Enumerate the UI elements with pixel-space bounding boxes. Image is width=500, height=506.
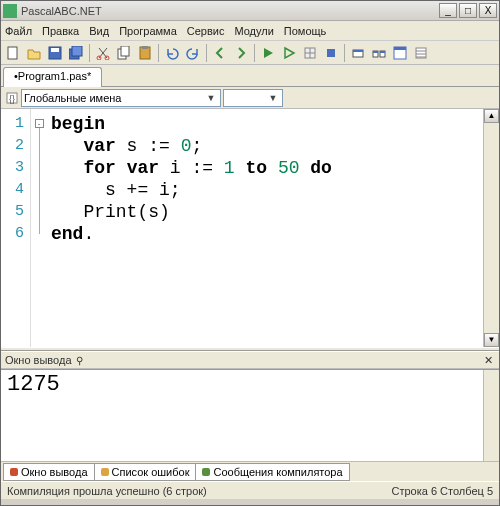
maximize-button[interactable]: □ xyxy=(459,3,477,18)
menu-modules[interactable]: Модули xyxy=(234,25,273,37)
svg-rect-4 xyxy=(72,46,82,56)
svg-rect-18 xyxy=(380,51,385,53)
code-editor[interactable]: 1 2 3 4 5 6 - begin var s := 0; for var … xyxy=(1,109,499,347)
svg-rect-14 xyxy=(353,50,363,52)
toolbar xyxy=(1,41,499,65)
panel-close-icon[interactable]: ✕ xyxy=(482,354,495,367)
nav-fwd-icon[interactable] xyxy=(231,43,251,63)
status-compile: Компиляция прошла успешно (6 строк) xyxy=(7,485,207,497)
output-panel[interactable]: 1275 xyxy=(1,369,499,461)
output-tab-icon xyxy=(10,468,18,476)
save-icon[interactable] xyxy=(45,43,65,63)
paste-icon[interactable] xyxy=(135,43,155,63)
stop-icon[interactable] xyxy=(321,43,341,63)
compile-icon[interactable] xyxy=(300,43,320,63)
svg-rect-8 xyxy=(121,46,129,56)
save-all-icon[interactable] xyxy=(66,43,86,63)
scope-icon: {} xyxy=(5,91,19,105)
file-tabs: •Program1.pas* xyxy=(1,65,499,87)
output-value: 1275 xyxy=(7,372,60,397)
output-scrollbar[interactable] xyxy=(483,370,499,461)
tab-compiler[interactable]: Сообщения компилятора xyxy=(195,463,349,481)
fold-toggle[interactable]: - xyxy=(35,119,44,128)
chevron-down-icon: ▼ xyxy=(266,93,280,103)
close-button[interactable]: X xyxy=(479,3,497,18)
svg-text:{}: {} xyxy=(9,94,15,104)
scope-combo-label: Глобальные имена xyxy=(24,92,122,104)
menu-program[interactable]: Программа xyxy=(119,25,177,37)
line-number: 1 xyxy=(1,113,24,135)
compiler-tab-icon xyxy=(202,468,210,476)
member-combo[interactable]: ▼ xyxy=(223,89,283,107)
window-title: PascalABC.NET xyxy=(21,5,439,17)
undo-icon[interactable] xyxy=(162,43,182,63)
menu-view[interactable]: Вид xyxy=(89,25,109,37)
step-into-icon[interactable] xyxy=(348,43,368,63)
output-panel-header: Окно вывода ⚲ ✕ xyxy=(1,351,499,369)
svg-rect-2 xyxy=(51,48,59,52)
line-number: 2 xyxy=(1,135,24,157)
code-area[interactable]: begin var s := 0; for var i := 1 to 50 d… xyxy=(47,109,483,347)
scope-combo[interactable]: Глобальные имена ▼ xyxy=(21,89,221,107)
tab-program1[interactable]: •Program1.pas* xyxy=(3,67,102,87)
line-number: 5 xyxy=(1,201,24,223)
line-gutter: 1 2 3 4 5 6 xyxy=(1,109,31,347)
bottom-tabs: Окно вывода Список ошибок Сообщения комп… xyxy=(1,461,499,481)
status-position: Строка 6 Столбец 5 xyxy=(391,485,493,497)
copy-icon[interactable] xyxy=(114,43,134,63)
app-icon xyxy=(3,4,17,18)
chevron-down-icon: ▼ xyxy=(204,93,218,103)
pin-icon[interactable]: ⚲ xyxy=(76,355,83,366)
new-file-icon[interactable] xyxy=(3,43,23,63)
minimize-button[interactable]: _ xyxy=(439,3,457,18)
tab-errors[interactable]: Список ошибок xyxy=(94,463,197,481)
properties-icon[interactable] xyxy=(411,43,431,63)
line-number: 4 xyxy=(1,179,24,201)
line-number: 6 xyxy=(1,223,24,245)
form-designer-icon[interactable] xyxy=(390,43,410,63)
scope-row: {} Глобальные имена ▼ ▼ xyxy=(1,87,499,109)
menu-service[interactable]: Сервис xyxy=(187,25,225,37)
svg-rect-20 xyxy=(394,47,406,50)
menu-edit[interactable]: Правка xyxy=(42,25,79,37)
errors-tab-icon xyxy=(101,468,109,476)
nav-back-icon[interactable] xyxy=(210,43,230,63)
tab-output[interactable]: Окно вывода xyxy=(3,463,95,481)
run-icon[interactable] xyxy=(258,43,278,63)
open-file-icon[interactable] xyxy=(24,43,44,63)
svg-rect-0 xyxy=(8,47,17,59)
statusbar: Компиляция прошла успешно (6 строк) Стро… xyxy=(1,481,499,499)
cut-icon[interactable] xyxy=(93,43,113,63)
scroll-up-icon[interactable]: ▲ xyxy=(484,109,499,123)
redo-icon[interactable] xyxy=(183,43,203,63)
editor-scrollbar[interactable]: ▲ ▼ xyxy=(483,109,499,347)
menubar: Файл Правка Вид Программа Сервис Модули … xyxy=(1,21,499,41)
window-titlebar: PascalABC.NET _ □ X xyxy=(1,1,499,21)
run-nodebug-icon[interactable] xyxy=(279,43,299,63)
output-panel-title: Окно вывода xyxy=(5,354,72,366)
menu-file[interactable]: Файл xyxy=(5,25,32,37)
svg-rect-12 xyxy=(327,49,335,57)
fold-column: - xyxy=(31,109,47,347)
menu-help[interactable]: Помощь xyxy=(284,25,327,37)
scroll-down-icon[interactable]: ▼ xyxy=(484,333,499,347)
svg-rect-10 xyxy=(142,46,148,49)
svg-rect-17 xyxy=(373,51,378,53)
line-number: 3 xyxy=(1,157,24,179)
step-over-icon[interactable] xyxy=(369,43,389,63)
